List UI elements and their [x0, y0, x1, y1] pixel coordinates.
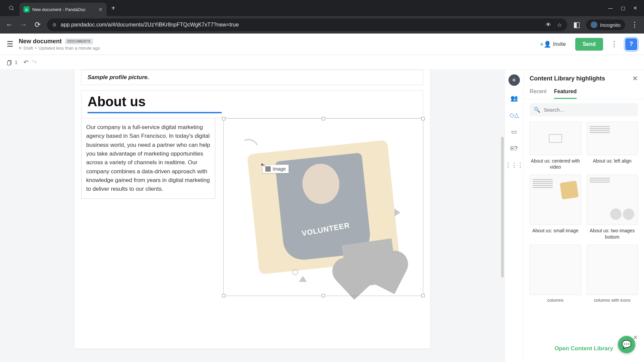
caption-block[interactable]: Sample profile picture.	[81, 70, 423, 85]
browser-tab-strip: p New document - PandaDoc ✕ + — ▢ ✕	[0, 0, 644, 16]
new-tab-button[interactable]: +	[107, 4, 120, 12]
close-tab-icon[interactable]: ✕	[98, 6, 103, 13]
search-icon: 🔍	[534, 107, 540, 113]
body-text: Our company is a full-service digital ma…	[86, 124, 210, 192]
editor-toolbar: 1 ↶ ↷	[0, 55, 644, 70]
canvas-area[interactable]: Sample profile picture. About us Our com…	[0, 70, 504, 362]
triangle-icon	[299, 276, 307, 282]
search-input[interactable]	[544, 107, 634, 113]
resize-handle-icon[interactable]	[421, 117, 425, 120]
svg-line-1	[12, 9, 13, 10]
redo-icon: ↷	[32, 59, 37, 66]
documents-badge: DOCUMENTS	[65, 39, 93, 44]
invite-button[interactable]: +👤 Invite	[535, 38, 571, 51]
card-label: About us: two images bottom	[587, 228, 638, 240]
library-card[interactable]: About us: centered with video	[530, 122, 581, 170]
drag-label: Image	[273, 166, 286, 172]
svg-rect-3	[7, 61, 10, 65]
card-label: About us: small image	[530, 228, 581, 234]
apps-grid-icon[interactable]: ⋮⋮⋮	[510, 161, 519, 170]
image-block-selected[interactable]: VOLUNTEER	[223, 118, 423, 296]
incognito-label: Incognito	[600, 22, 621, 28]
undo-icon[interactable]: ↶	[23, 59, 29, 66]
pandadoc-favicon-icon: p	[23, 6, 30, 12]
page-count: 1	[15, 59, 17, 65]
library-card[interactable]	[587, 245, 638, 295]
image-placeholder: VOLUNTEER	[232, 126, 415, 289]
library-card[interactable]	[530, 245, 581, 295]
chat-icon: 💬	[622, 340, 632, 349]
help-button[interactable]: ?	[625, 38, 637, 50]
document-title[interactable]: New document	[19, 38, 62, 45]
image-icon	[265, 166, 271, 172]
heading-underline	[88, 112, 222, 113]
library-card[interactable]: About us: small image	[530, 175, 581, 240]
status-label: Draft	[23, 46, 33, 51]
invite-label: Invite	[553, 41, 566, 47]
app-header: ☰ New document DOCUMENTS Draft • Updated…	[0, 34, 644, 55]
reload-icon[interactable]: ⟳	[33, 20, 42, 29]
incognito-icon: 👤	[591, 21, 597, 28]
open-library-label: Open Content Library	[554, 345, 613, 352]
chat-fab[interactable]: 💬	[618, 336, 635, 353]
resize-handle-icon[interactable]	[222, 294, 225, 297]
incognito-indicator[interactable]: 👤 Incognito	[586, 19, 625, 30]
right-rail: + 👥 ◇△ ▭ ⎘? ⋮⋮⋮	[504, 70, 523, 362]
variables-icon[interactable]: ⎘?	[510, 144, 519, 153]
resize-handle-icon[interactable]	[322, 294, 325, 297]
scrollbar[interactable]	[501, 137, 504, 278]
main-layout: Sample profile picture. About us Our com…	[0, 70, 644, 362]
window-controls: — ▢ ✕	[608, 5, 644, 11]
minimize-icon[interactable]: —	[608, 5, 613, 11]
updated-label: Updated less than a minute ago	[39, 46, 100, 51]
panel-title: Content Library highlights	[530, 75, 605, 82]
body-text-block[interactable]: Our company is a full-service digital ma…	[81, 118, 215, 199]
menu-icon[interactable]: ☰	[7, 40, 13, 49]
address-bar[interactable]: ⚙ app.pandadoc.com/a/#/documents/2UzYiBK…	[47, 18, 567, 31]
more-menu-icon[interactable]: ⋮	[608, 40, 621, 49]
circle-icon	[292, 269, 298, 275]
resize-handle-icon[interactable]	[322, 117, 325, 120]
document-meta: Draft • Updated less than a minute ago	[19, 46, 100, 51]
tab-featured[interactable]: Featured	[554, 85, 577, 99]
card-label: About us: centered with video	[530, 158, 581, 170]
resize-handle-icon[interactable]	[421, 294, 425, 297]
layout-icon[interactable]: ▭	[510, 127, 519, 136]
heading-block[interactable]: About us	[81, 90, 423, 118]
drag-tooltip: Image	[262, 165, 289, 173]
library-card[interactable]: About us: two images bottom	[587, 175, 638, 240]
maximize-icon[interactable]: ▢	[621, 5, 625, 11]
triangle-icon	[394, 208, 400, 217]
tab-recent[interactable]: Recent	[530, 85, 547, 99]
document-page: Sample profile picture. About us Our com…	[74, 70, 430, 349]
status-dot-icon	[19, 47, 21, 49]
site-settings-icon[interactable]: ⚙	[52, 22, 57, 27]
tab-title: New document - PandaDoc	[32, 7, 86, 12]
eye-off-icon[interactable]: 👁	[546, 22, 551, 28]
browser-menu-icon[interactable]: ⋮	[630, 20, 639, 29]
pages-icon	[7, 59, 13, 65]
close-panel-icon[interactable]: ✕	[632, 74, 638, 82]
caption-text: Sample profile picture.	[88, 74, 149, 80]
card-label: columns	[530, 298, 581, 303]
forward-icon: →	[19, 20, 28, 29]
resize-handle-icon[interactable]	[222, 117, 225, 120]
add-block-button[interactable]: +	[508, 74, 520, 86]
library-card[interactable]: About us: left align	[587, 122, 638, 170]
url-text: app.pandadoc.com/a/#/documents/2UzYiBKr8…	[61, 22, 239, 28]
side-panel-icon[interactable]: ◧	[572, 20, 581, 29]
browser-tab[interactable]: p New document - PandaDoc ✕	[19, 3, 107, 16]
shapes-icon[interactable]: ◇△	[510, 111, 519, 119]
card-label: columns with icons	[587, 298, 638, 303]
svg-point-0	[9, 6, 13, 10]
close-window-icon[interactable]: ✕	[633, 5, 637, 11]
pages-indicator[interactable]: 1	[7, 59, 17, 65]
content-library-panel: Content Library highlights ✕ Recent Feat…	[523, 70, 644, 362]
panel-tabs: Recent Featured	[524, 85, 644, 99]
back-icon[interactable]: ←	[5, 20, 14, 29]
send-button[interactable]: Send	[575, 38, 603, 51]
people-icon[interactable]: 👥	[510, 94, 519, 103]
tab-search-icon[interactable]	[3, 2, 19, 14]
bookmark-star-icon[interactable]: ☆	[557, 22, 562, 28]
search-box[interactable]: 🔍	[530, 103, 638, 116]
